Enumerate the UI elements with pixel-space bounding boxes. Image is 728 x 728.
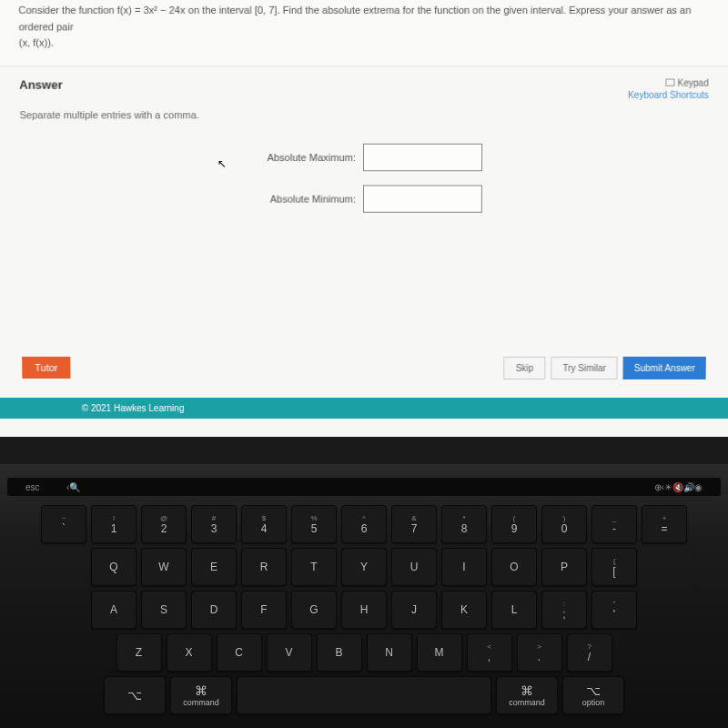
key-h: H [341,591,387,629]
key-p: P [541,548,587,586]
key-z: Z [116,633,162,672]
command-symbol: ⌘ [195,683,207,698]
key-j: J [391,591,437,629]
key-9: (9 [491,505,537,543]
question-section: Consider the function f(x) = 3x² − 24x o… [0,0,728,66]
mouse-cursor: ↖ [217,157,227,170]
number-row: ~`!1@2#3$4%5^6&7*8(9)0_-+= [7,505,721,543]
key-7: &7 [391,505,437,543]
key-v: V [267,633,312,672]
key-2: @2 [141,505,187,543]
key-b: B [317,633,362,672]
key-x: X [167,633,212,672]
option-symbol-r: ⌥ [586,683,601,698]
punct-key: <, [467,633,512,672]
key-1: !1 [91,505,136,543]
instruction-text: Separate multiple entries with a comma. [19,109,708,120]
touch-bar: esc ‹ 🔍 ⊕ ‹ ☀ 🔇 🔊 ◉ [7,478,721,496]
key-l: L [491,591,537,629]
tutor-button[interactable]: Tutor [22,357,71,379]
question-text: Consider the function f(x) = 3x² − 24x o… [18,3,709,52]
option-key-right: ⌥ option [562,676,624,714]
key-k: K [441,591,487,629]
screen-display: Consider the function f(x) = 3x² − 24x o… [0,0,728,437]
key-u: U [391,548,437,586]
submit-answer-button[interactable]: Submit Answer [623,357,706,379]
mute-icon: 🔇 [672,482,683,492]
esc-key: esc [25,482,66,492]
punct-key: :; [541,591,587,629]
min-input-row: Absolute Minimum: [246,185,482,212]
key-d: D [191,591,237,629]
backtick-key: ~` [41,505,86,543]
min-label: Absolute Minimum: [246,193,356,204]
key-w: W [141,548,187,586]
key-8: *8 [441,505,487,543]
answer-header-row: Answer Keypad Keyboard Shortcuts [19,77,709,99]
key-a: A [91,591,136,629]
spacebar-key [237,676,491,714]
key-5: %5 [291,505,337,543]
keypad-icon [665,79,674,86]
volume-icon: 🔊 [683,482,694,492]
asdf-row: ASDFGHJKL:;"' [7,591,721,629]
answer-label: Answer [19,77,63,91]
physical-keyboard: esc ‹ 🔍 ⊕ ‹ ☀ 🔇 🔊 ◉ ~`!1@2#3$4%5^6&7*8(9… [0,464,728,728]
option-label-r: option [582,698,605,707]
question-line1: Consider the function f(x) = 3x² − 24x o… [18,5,691,32]
command-label-r: command [509,698,545,707]
answer-section: ↖ Answer Keypad Keyboard Shortcuts Separ… [0,66,728,398]
max-input-row: Absolute Maximum: [246,144,482,171]
key--: _- [592,505,637,543]
key-g: G [291,591,337,629]
key-4: $4 [241,505,287,543]
keypad-text: Keypad [678,77,709,87]
key-y: Y [341,548,387,586]
key-m: M [417,633,462,672]
key-n: N [367,633,412,672]
key-=: += [642,505,687,543]
question-line2: (x, f(x)). [19,37,54,48]
touch-bar-ctrl1: ⊕ [654,482,662,492]
key-o: O [491,548,537,586]
key-f: F [241,591,287,629]
key-i: I [441,548,487,586]
option-symbol: ⌥ [127,688,142,703]
command-key-left: ⌘ command [170,676,232,714]
absolute-maximum-input[interactable] [363,144,482,171]
punct-key: >. [517,633,562,672]
button-row: Tutor Skip Try Similar Submit Answer [22,357,706,379]
try-similar-button[interactable]: Try Similar [551,357,618,379]
key-6: ^6 [341,505,387,543]
key-3: #3 [191,505,237,543]
command-symbol-r: ⌘ [521,683,533,698]
option-key-left: ⌥ [104,676,166,714]
touch-search-icon: 🔍 [69,482,80,492]
command-label: command [183,698,219,707]
key-q: Q [91,548,136,586]
absolute-minimum-input[interactable] [363,185,482,212]
zxcv-row: ZXCVBNM<,>.?/ [7,633,721,672]
input-group: Absolute Maximum: Absolute Minimum: [20,144,708,213]
right-buttons: Skip Try Similar Submit Answer [504,357,706,379]
key-t: T [291,548,337,586]
footer-bar: © 2021 Hawkes Learning [0,398,728,419]
modifier-row: ⌥ ⌘ command ⌘ command ⌥ option [7,676,721,714]
max-label: Absolute Maximum: [246,152,356,163]
key-e: E [191,548,237,586]
bracket-key: {[ [592,548,637,586]
keypad-controls: Keypad Keyboard Shortcuts [628,77,709,99]
siri-icon: ◉ [694,482,703,492]
punct-key: ?/ [567,633,612,672]
skip-button[interactable]: Skip [504,357,546,379]
key-s: S [141,591,187,629]
punct-key: "' [592,591,637,629]
copyright-text: © 2021 Hawkes Learning [82,403,185,413]
shortcuts-link[interactable]: Keyboard Shortcuts [628,90,709,100]
command-key-right: ⌘ command [496,676,558,714]
keypad-link[interactable]: Keypad [628,77,709,87]
key-r: R [241,548,287,586]
brightness-icon: ☀ [664,482,672,492]
key-c: C [217,633,262,672]
qwerty-row: QWERTYUIOP{[ [7,548,721,586]
